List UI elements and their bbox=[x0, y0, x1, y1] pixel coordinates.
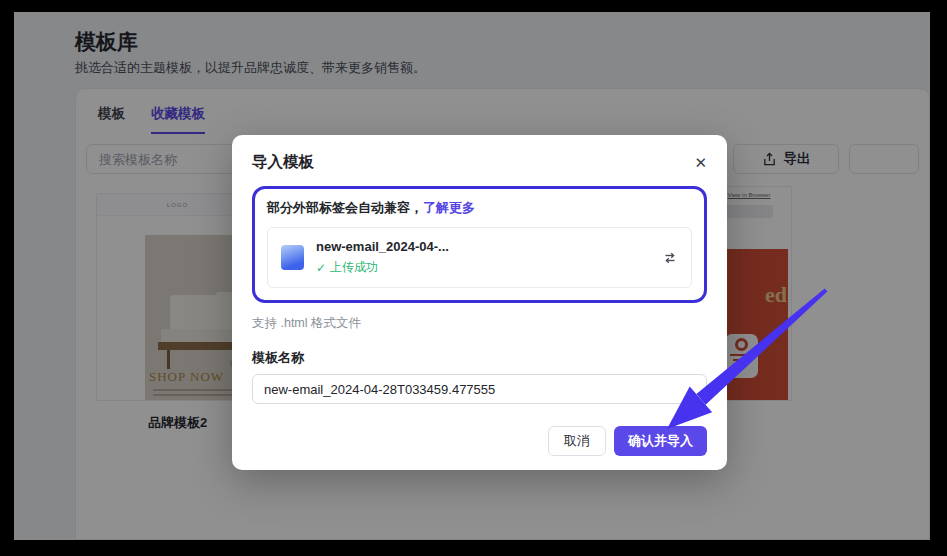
app-window: 模板库 挑选合适的主题模板，以提升品牌忠诚度、带来更多销售额。 模板 收藏模板 bbox=[14, 12, 930, 540]
swap-icon bbox=[662, 250, 678, 266]
check-icon: ✓ bbox=[316, 261, 326, 275]
notice-text: 部分外部标签会自动兼容， bbox=[267, 200, 423, 215]
template-name-input[interactable] bbox=[252, 374, 707, 404]
template-name-label: 模板名称 bbox=[252, 349, 707, 367]
import-template-dialog: 导入模板 ✕ 部分外部标签会自动兼容，了解更多 new-email_2024-0… bbox=[232, 135, 727, 470]
upload-box: 部分外部标签会自动兼容，了解更多 new-email_2024-04-... ✓… bbox=[252, 186, 707, 303]
cancel-button[interactable]: 取消 bbox=[548, 426, 606, 456]
close-icon[interactable]: ✕ bbox=[694, 155, 707, 170]
upload-status: 上传成功 bbox=[330, 259, 378, 276]
format-hint: 支持 .html 格式文件 bbox=[252, 315, 707, 332]
replace-file-button[interactable] bbox=[662, 250, 678, 266]
confirm-import-button[interactable]: 确认并导入 bbox=[614, 426, 707, 456]
file-name: new-email_2024-04-... bbox=[316, 239, 449, 254]
dialog-title: 导入模板 bbox=[252, 152, 314, 173]
html-file-icon bbox=[281, 245, 304, 270]
uploaded-file-card: new-email_2024-04-... ✓ 上传成功 bbox=[267, 227, 692, 288]
learn-more-link[interactable]: 了解更多 bbox=[423, 200, 475, 215]
